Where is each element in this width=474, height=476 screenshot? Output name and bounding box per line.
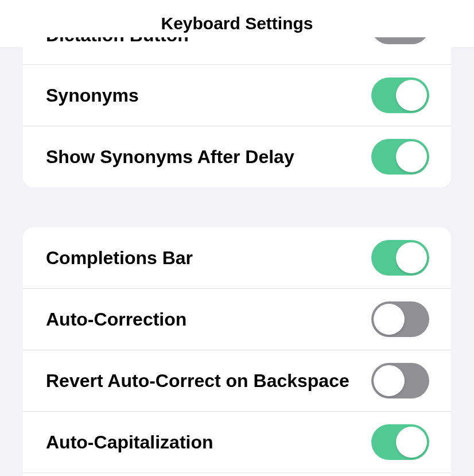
toggle-knob xyxy=(396,427,427,458)
setting-label: Show Synonyms After Delay xyxy=(46,146,361,168)
settings-group-2: Completions Bar Auto-Correction Revert A… xyxy=(23,227,451,476)
setting-row-revert-auto-correct: Revert Auto-Correct on Backspace xyxy=(23,350,451,412)
setting-row-auto-correction: Auto-Correction xyxy=(23,289,451,350)
toggle-auto-correction[interactable] xyxy=(371,301,429,337)
toggle-auto-capitalization[interactable] xyxy=(371,424,429,460)
setting-row-synonyms: Synonyms xyxy=(23,65,451,126)
setting-label: Revert Auto-Correct on Backspace xyxy=(46,370,361,392)
setting-label: Auto-Correction xyxy=(46,309,361,330)
toggle-completions-bar[interactable] xyxy=(371,240,429,276)
setting-row-completions-bar: Completions Bar xyxy=(23,227,451,289)
toggle-dictation-button[interactable] xyxy=(371,37,429,44)
settings-content: Dictation Button Synonyms Show Synonyms … xyxy=(0,37,474,476)
setting-label: Synonyms xyxy=(46,85,361,106)
toggle-show-synonyms-after-delay[interactable] xyxy=(371,139,429,175)
toggle-knob xyxy=(396,141,427,172)
setting-row-auto-capitalization: Auto-Capitalization xyxy=(23,412,451,473)
toggle-knob xyxy=(374,365,405,396)
setting-label: Auto-Capitalization xyxy=(46,432,361,453)
settings-group-1: Dictation Button Synonyms Show Synonyms … xyxy=(23,37,451,187)
toggle-knob xyxy=(396,242,427,273)
page-title: Keyboard Settings xyxy=(0,14,474,33)
setting-row-enable-caps-lock: Enable Caps Lock xyxy=(23,473,451,476)
toggle-knob xyxy=(374,304,405,335)
toggle-knob xyxy=(396,80,427,111)
setting-label: Dictation Button xyxy=(46,37,361,46)
setting-row-dictation-button: Dictation Button xyxy=(23,37,451,65)
toggle-synonyms[interactable] xyxy=(371,78,429,113)
setting-label: Completions Bar xyxy=(46,247,361,269)
setting-row-show-synonyms-after-delay: Show Synonyms After Delay xyxy=(23,126,451,187)
toggle-revert-auto-correct[interactable] xyxy=(371,363,429,398)
